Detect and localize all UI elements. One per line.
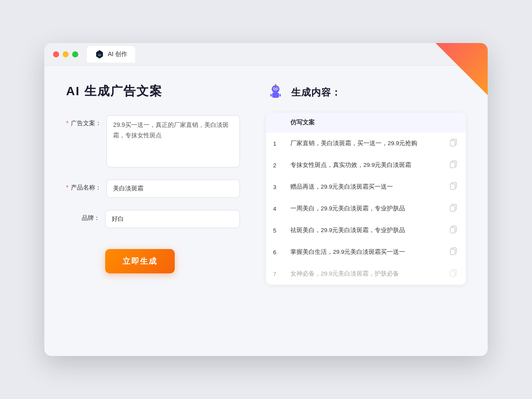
svg-rect-20: [450, 206, 455, 211]
row-number: 4: [266, 198, 283, 219]
results-table: 仿写文案 1 厂家直销，美白淡斑霜，买一送一，29.9元抢购 2 专抹女性斑点，…: [266, 113, 466, 285]
tab-label: AI 创作: [108, 50, 127, 58]
table-row: 5 祛斑美白，29.9元美白淡斑霜，专业护肤品: [266, 219, 466, 241]
row-text: 掌握美白生活，29.9元美白淡斑霜买一送一: [283, 241, 441, 263]
label-product-name: * 产品名称：: [66, 180, 106, 192]
label-ad-copy: * 广告文案：: [66, 115, 106, 127]
table-row: 6 掌握美白生活，29.9元美白淡斑霜买一送一: [266, 241, 466, 263]
row-text: 女神必备，29.9元美白淡斑霜，护肤必备: [283, 263, 441, 285]
page-title: AI 生成广告文案: [66, 83, 240, 100]
main-content: AI 生成广告文案 * 广告文案： 29.9买一送一，真正的厂家直销，美白淡斑霜…: [44, 66, 488, 348]
copy-icon[interactable]: [448, 247, 459, 258]
brand-input[interactable]: [105, 210, 240, 228]
svg-point-10: [275, 84, 276, 86]
svg-point-7: [276, 88, 277, 89]
svg-rect-3: [272, 93, 279, 98]
product-name-input[interactable]: [106, 180, 240, 198]
row-copy-cell: [441, 219, 466, 241]
required-marker-ad: *: [66, 120, 68, 126]
row-number: 2: [266, 154, 283, 176]
svg-rect-18: [450, 184, 455, 190]
close-button[interactable]: [53, 51, 59, 57]
row-number: 6: [266, 241, 283, 263]
row-number: 7: [266, 263, 283, 285]
row-number: 5: [266, 219, 283, 241]
svg-rect-11: [270, 94, 272, 96]
svg-rect-22: [450, 227, 455, 233]
right-panel-title: 生成内容：: [291, 86, 341, 99]
copy-icon[interactable]: [448, 160, 459, 171]
copy-icon[interactable]: [448, 204, 459, 215]
svg-text:AI: AI: [98, 53, 101, 57]
traffic-lights: [53, 51, 78, 57]
right-panel: 生成内容： 仿写文案 1 厂家直销，美白淡斑霜，买一送一，29.9元抢购: [266, 83, 466, 331]
copy-icon[interactable]: [448, 269, 459, 280]
copy-icon[interactable]: [448, 226, 459, 236]
generate-button[interactable]: 立即生成: [105, 249, 175, 273]
row-text: 专抹女性斑点，真实功效，29.9元美白淡斑霜: [283, 154, 441, 176]
svg-rect-16: [450, 162, 455, 168]
required-marker-product: *: [66, 184, 68, 191]
tab-ai-creation[interactable]: AI AI 创作: [87, 46, 135, 63]
row-copy-cell: [441, 176, 466, 198]
table-row: 4 一周美白，29.9元美白淡斑霜，专业护肤品: [266, 198, 466, 219]
table-row: 3 赠品再送，29.9元美白淡斑霜买一送一: [266, 176, 466, 198]
row-number: 1: [266, 133, 283, 154]
table-col-num: [266, 113, 283, 133]
minimize-button[interactable]: [63, 51, 69, 57]
row-text: 祛斑美白，29.9元美白淡斑霜，专业护肤品: [283, 219, 441, 241]
ai-tab-icon: AI: [95, 50, 104, 59]
row-copy-cell: [441, 154, 466, 176]
label-brand: 品牌：: [66, 210, 105, 222]
row-copy-cell: [441, 133, 466, 154]
row-text: 厂家直销，美白淡斑霜，买一送一，29.9元抢购: [283, 133, 441, 154]
svg-rect-24: [450, 249, 455, 255]
table-col-action: [441, 113, 466, 133]
svg-rect-14: [450, 140, 455, 146]
table-row: 2 专抹女性斑点，真实功效，29.9元美白淡斑霜: [266, 154, 466, 176]
copy-icon[interactable]: [448, 182, 459, 193]
maximize-button[interactable]: [72, 51, 78, 57]
titlebar: AI AI 创作: [44, 43, 488, 66]
left-panel: AI 生成广告文案 * 广告文案： 29.9买一送一，真正的厂家直销，美白淡斑霜…: [66, 83, 240, 331]
svg-point-6: [274, 88, 275, 89]
form-group-product-name: * 产品名称：: [66, 180, 240, 198]
table-row: 1 厂家直销，美白淡斑霜，买一送一，29.9元抢购: [266, 133, 466, 154]
table-col-text: 仿写文案: [283, 113, 441, 133]
svg-rect-26: [450, 271, 455, 276]
ad-copy-textarea[interactable]: 29.9买一送一，真正的厂家直销，美白淡斑霜，专抹女性斑点: [106, 115, 240, 167]
browser-window: AI AI 创作 AI 生成广告文案 * 广告文案： 29.9买一送一，真正的厂…: [44, 43, 488, 356]
svg-rect-8: [274, 90, 277, 91]
row-copy-cell: [441, 263, 466, 285]
robot-icon: [266, 83, 285, 102]
row-text: 一周美白，29.9元美白淡斑霜，专业护肤品: [283, 198, 441, 219]
right-header: 生成内容：: [266, 83, 466, 102]
row-copy-cell: [441, 241, 466, 263]
row-text: 赠品再送，29.9元美白淡斑霜买一送一: [283, 176, 441, 198]
row-copy-cell: [441, 198, 466, 219]
svg-rect-12: [279, 94, 281, 96]
copy-icon[interactable]: [448, 139, 459, 150]
row-number: 3: [266, 176, 283, 198]
form-group-ad-copy: * 广告文案： 29.9买一送一，真正的厂家直销，美白淡斑霜，专抹女性斑点: [66, 115, 240, 167]
form-group-brand: 品牌：: [66, 210, 240, 228]
table-row: 7 女神必备，29.9元美白淡斑霜，护肤必备: [266, 263, 466, 285]
